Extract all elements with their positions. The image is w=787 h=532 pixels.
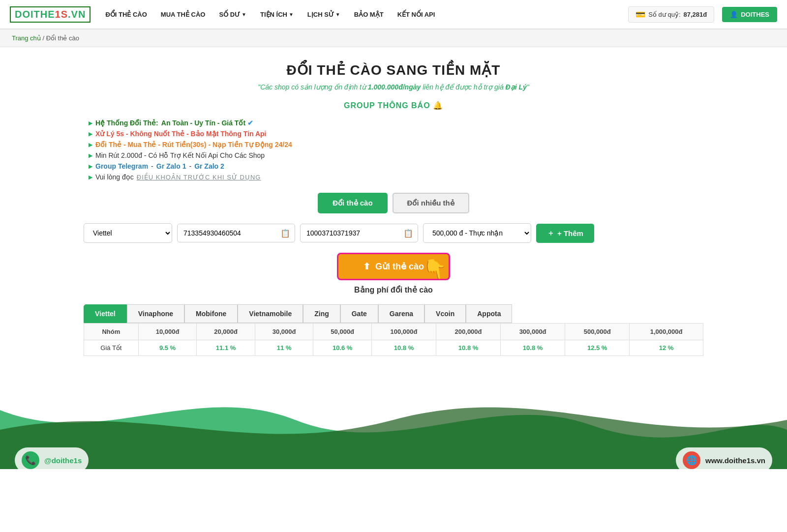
pin-input-wrapper: 📋 <box>300 224 418 242</box>
nav-so-du[interactable]: SỐ DƯ ▼ <box>219 11 246 18</box>
col-30k: 30,000đ <box>255 324 313 340</box>
rate-10k: 9.5 % <box>138 340 197 356</box>
info-item-6: Vui lòng đọc ĐIỀU KHOẢN TRƯỚC KHI SỬ DỤN… <box>89 173 703 181</box>
submit-button-label: Gửi thẻ cào <box>375 261 424 272</box>
navbar: DOITHE1S.VN ĐỔI THẺ CÀO MUA THẺ CÀO SỐ D… <box>0 0 787 30</box>
navbar-menu: ĐỔI THẺ CÀO MUA THẺ CÀO SỐ DƯ ▼ TIỆN ÍCH… <box>105 11 613 18</box>
col-20k: 20,000đ <box>197 324 255 340</box>
row-label: Giá Tốt <box>84 340 139 356</box>
carrier-select[interactable]: Viettel Vinaphone Mobifone Vietnamobile <box>84 223 172 243</box>
breadcrumb: Trang chủ / Đổi thẻ cào <box>0 30 787 47</box>
col-100k: 100,000đ <box>371 324 436 340</box>
phone-icon: 📞 <box>22 451 39 469</box>
tab-doi-nhieu-the[interactable]: Đổi nhiều thẻ <box>393 193 469 213</box>
rate-300k: 10.8 % <box>501 340 565 356</box>
terms-link[interactable]: ĐIỀU KHOẢN TRƯỚC KHI SỬ DỤNG <box>137 174 261 181</box>
navbar-right: 💳 Số dư quỹ: 87,281đ 👤 DOITHES <box>628 6 777 23</box>
table-tab-appota[interactable]: Appota <box>466 304 512 323</box>
group-banner-link[interactable]: GROUP THÔNG BÁO 🔔 <box>344 101 443 110</box>
watermark-website: 🌐 www.doithe1s.vn <box>676 447 772 469</box>
submit-section: ⬆ Gửi thẻ cào 👇 <box>84 253 703 280</box>
gr-zalo1-link[interactable]: Gr Zalo 1 <box>156 162 186 170</box>
wallet-icon: 💳 <box>636 10 645 19</box>
serial-input[interactable] <box>177 224 295 242</box>
globe-icon: 🌐 <box>683 451 700 469</box>
table-tab-vcoin[interactable]: Vcoin <box>424 304 466 323</box>
balance-label: Số dư quỹ: <box>648 11 680 18</box>
logo-rest: .VN <box>68 9 86 20</box>
wave-footer <box>0 381 787 469</box>
balance-box: 💳 Số dư quỹ: 87,281đ <box>628 6 714 23</box>
col-500k: 500,000đ <box>565 324 630 340</box>
table-tab-gate[interactable]: Gate <box>340 304 378 323</box>
balance-amount: 87,281đ <box>684 11 707 18</box>
gr-zalo2-link[interactable]: Gr Zalo 2 <box>194 162 224 170</box>
table-row: Giá Tốt 9.5 % 11.1 % 11 % 10.6 % 10.8 % … <box>84 340 703 356</box>
submit-button[interactable]: ⬆ Gửi thẻ cào <box>337 253 450 280</box>
table-tab-viettel[interactable]: Viettel <box>84 304 127 323</box>
col-300k: 300,000đ <box>501 324 565 340</box>
table-header-row: Nhóm 10,000đ 20,000đ 30,000đ 50,000đ 100… <box>84 324 703 340</box>
info-list: Hệ Thống Đổi Thẻ: An Toàn - Uy Tín - Giá… <box>84 119 703 181</box>
group-telegram-link[interactable]: Group Telegram <box>95 162 148 170</box>
rate-100k: 10.8 % <box>371 340 436 356</box>
them-button[interactable]: ＋ + Thêm <box>536 224 594 243</box>
rate-500k: 12.5 % <box>565 340 630 356</box>
table-section: Viettel Vinaphone Mobifone Vietnamobile … <box>84 304 703 356</box>
col-1m: 1,000,000đ <box>630 324 703 340</box>
nav-lich-su[interactable]: LỊCH SỬ ▼ <box>307 11 340 18</box>
info-item-5: Group Telegram - Gr Zalo 1 - Gr Zalo 2 <box>89 162 703 170</box>
form-row: Viettel Vinaphone Mobifone Vietnamobile … <box>84 223 703 243</box>
col-10k: 10,000đ <box>138 324 197 340</box>
info-item-1: Hệ Thống Đổi Thẻ: An Toàn - Uy Tín - Giá… <box>89 119 703 127</box>
rate-30k: 11 % <box>255 340 313 356</box>
logo-red: 1S <box>55 9 68 20</box>
table-tab-mobifone[interactable]: Mobifone <box>184 304 238 323</box>
page-title: ĐỔI THẺ CÀO SANG TIỀN MẶT <box>84 62 703 78</box>
table-tab-vinaphone[interactable]: Vinaphone <box>127 304 184 323</box>
page-subtitle: "Các shop có sản lượng ổn định từ 1.000.… <box>84 83 703 91</box>
denomination-select[interactable]: 500,000 đ - Thực nhận 10,000 đ - Thực nh… <box>423 223 531 243</box>
col-50k: 50,000đ <box>313 324 372 340</box>
nav-bao-mat[interactable]: BẢO MẬT <box>354 11 384 18</box>
watermark-phone: 📞 @doithe1s <box>15 447 89 469</box>
user-icon: 👤 <box>730 11 738 18</box>
table-tabs: Viettel Vinaphone Mobifone Vietnamobile … <box>84 304 703 323</box>
plus-icon: ＋ <box>547 229 554 238</box>
breadcrumb-home[interactable]: Trang chủ <box>12 34 41 42</box>
copy-serial-icon[interactable]: 📋 <box>280 229 290 238</box>
watermark-phone-text: @doithe1s <box>44 456 82 465</box>
col-200k: 200,000đ <box>436 324 501 340</box>
table-tab-zing[interactable]: Zing <box>303 304 340 323</box>
info-item-2: Xử Lý 5s - Không Nuốt Thẻ - Bảo Mật Thôn… <box>89 130 703 138</box>
nav-doi-the-cao[interactable]: ĐỔI THẺ CÀO <box>105 11 147 18</box>
site-logo[interactable]: DOITHE1S.VN <box>10 6 91 23</box>
rate-200k: 10.8 % <box>436 340 501 356</box>
nav-mua-the-cao[interactable]: MUA THẺ CÀO <box>161 11 206 18</box>
user-button-label: DOITHES <box>741 11 769 18</box>
copy-pin-icon[interactable]: 📋 <box>403 229 413 238</box>
tab-buttons: Đổi thẻ cào Đổi nhiều thẻ <box>84 193 703 213</box>
group-banner: GROUP THÔNG BÁO 🔔 <box>84 101 703 110</box>
rate-20k: 11.1 % <box>197 340 255 356</box>
info-item-3: Đổi Thẻ - Mua Thẻ - Rút Tiền(30s) - Nạp … <box>89 141 703 148</box>
nav-ket-noi-api[interactable]: KẾT NỐI API <box>397 11 435 18</box>
upload-icon: ⬆ <box>363 261 370 272</box>
bangphi-label: Bảng phí đổi thẻ cào <box>84 285 703 295</box>
user-button[interactable]: 👤 DOITHES <box>722 7 777 22</box>
main-content: ĐỔI THẺ CÀO SANG TIỀN MẶT "Các shop có s… <box>74 47 713 371</box>
tab-doi-the-cao[interactable]: Đổi thẻ cào <box>318 193 387 213</box>
info-item-4: Min Rút 2.000đ - Có Hỗ Trợ Kết Nối Api C… <box>89 151 703 159</box>
wave-svg <box>0 381 787 469</box>
them-button-label: + Thêm <box>557 229 583 237</box>
fee-table: Nhóm 10,000đ 20,000đ 30,000đ 50,000đ 100… <box>84 323 703 356</box>
table-tab-garena[interactable]: Garena <box>378 304 424 323</box>
nav-tien-ich[interactable]: TIỆN ÍCH ▼ <box>260 11 294 18</box>
rate-1m: 12 % <box>630 340 703 356</box>
table-tab-vietnamobile[interactable]: Vietnamobile <box>238 304 303 323</box>
pin-input[interactable] <box>300 224 418 242</box>
logo-green: DOITHE <box>15 9 55 20</box>
breadcrumb-separator: / <box>42 34 46 42</box>
serial-input-wrapper: 📋 <box>177 224 295 242</box>
breadcrumb-current: Đổi thẻ cào <box>46 34 79 42</box>
